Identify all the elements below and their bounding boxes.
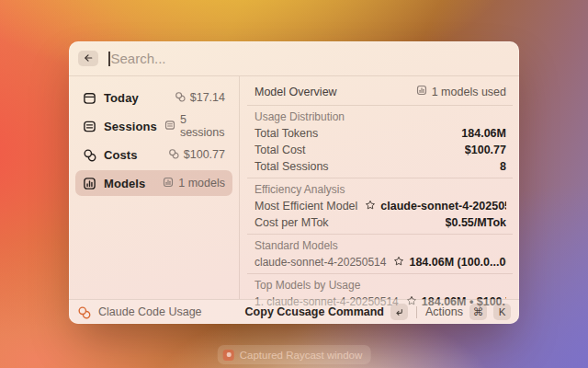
coins-icon [77,305,91,319]
actions-button[interactable]: Actions [425,305,463,318]
metadata-value: claude-sonnet-4-20250514 [380,200,506,213]
models-used-badge: 1 models used [432,86,506,98]
metadata-label: claude-sonnet-4-20250514 [254,256,386,269]
sidebar-item-value: 1 models [178,177,225,190]
section-title-efficiency-analysis: Efficiency Analysis [254,181,506,198]
list-icon [164,118,175,134]
raycast-window: Search... Today $17.14 Sessions [69,41,519,324]
search-bar: Search... [69,41,519,76]
coins-icon [168,146,179,163]
section-title-standard-models: Standard Models [254,237,506,254]
metadata-label: Most Efficient Model [254,200,357,213]
section-title-top-models: Top Models by Usage [254,277,506,293]
footer-bar: Claude Code Usage Copy Ccusage Command A… [69,299,519,324]
sidebar-item-value: 5 sessions [180,113,225,139]
sidebar-item-value: $100.77 [184,148,225,161]
sidebar-item-label: Costs [104,148,161,162]
metadata-value: 8 [500,160,506,173]
metadata-row-cost-per-mtok: Cost per MTok $0.55/MTok [254,214,506,231]
divider [247,178,513,178]
metadata-label: Total Sessions [254,160,329,173]
sidebar-item-value: $17.14 [190,91,225,104]
return-key-icon [390,304,408,320]
text-cursor [108,52,110,66]
bar-chart-icon [416,85,427,98]
k-key-badge: K [493,304,511,320]
metadata-label: Total Cost [254,144,306,156]
calendar-icon [83,91,96,105]
metadata-row-total-tokens: Total Tokens 184.06M [254,125,506,142]
sidebar-item-models[interactable]: Models 1 models [75,170,232,196]
metadata-row-total-cost: Total Cost $100.77 [254,142,506,158]
sidebar-item-label: Today [104,91,167,105]
sidebar-item-costs[interactable]: Costs $100.77 [75,142,232,167]
metadata-value: 184.06M [461,127,506,140]
sidebar-item-label: Models [104,177,155,190]
command-key-badge: ⌘ [469,304,487,320]
copy-ccusage-command-button[interactable]: Copy Ccusage Command [245,305,384,318]
back-arrow-icon [83,51,94,67]
desktop-background: Search... Today $17.14 Sessions [0,0,588,368]
back-button[interactable] [78,51,98,66]
metadata-label: Total Tokens [254,127,318,140]
divider [416,306,417,318]
bar-chart-icon [83,177,96,190]
divider [247,273,513,274]
star-icon [365,200,376,213]
section-title-usage-distribution: Usage Distribution [254,109,506,125]
detail-panel: Model Overview 1 models used Usage Distr… [240,76,519,299]
sidebar-item-label: Sessions [104,120,157,133]
sidebar-item-today[interactable]: Today $17.14 [75,85,232,110]
metadata-value: $100.77 [465,144,506,156]
captured-window-toast: Captured Raycast window [218,345,371,364]
metadata-row-most-efficient-model: Most Efficient Model claude-sonnet-4-202… [254,198,506,214]
list-icon [83,120,96,133]
coins-icon [83,148,96,162]
sidebar-list: Today $17.14 Sessions 5 sessions [69,76,240,299]
metadata-value: $0.55/MTok [446,216,506,229]
metadata-label: Cost per MTok [254,216,329,229]
coins-icon [175,89,186,106]
metadata-value: 184.06M (100.0...00.77 • 8 sessions [409,256,506,269]
detail-header: Model Overview 1 models used [254,81,506,102]
star-icon [393,256,404,270]
metadata-row-standard-model: claude-sonnet-4-20250514 184.06M (100.0.… [254,254,506,270]
search-input[interactable]: Search... [111,51,166,66]
raycast-app-icon [223,350,234,361]
metadata-row-total-sessions: Total Sessions 8 [254,158,506,175]
sidebar-item-sessions[interactable]: Sessions 5 sessions [75,113,232,139]
divider [247,105,513,106]
extension-name: Claude Code Usage [98,305,202,318]
toast-label: Captured Raycast window [240,350,363,361]
divider [247,234,513,235]
bar-chart-icon [163,175,174,191]
detail-title: Model Overview [254,86,337,98]
